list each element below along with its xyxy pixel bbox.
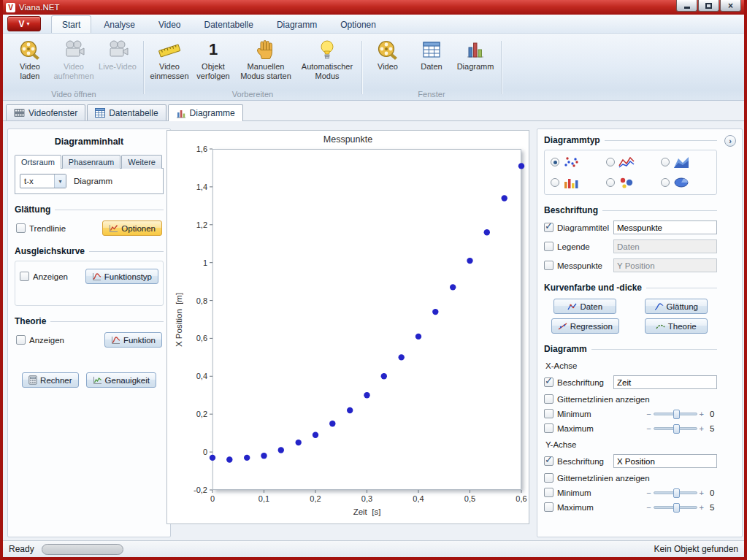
diagrammtitel-input[interactable] [613,220,717,234]
window-controls: × [675,0,741,12]
video-laden-button[interactable]: Video laden [9,37,51,82]
legende-input[interactable] [613,239,717,253]
y-gitternetzlinien-checkbox[interactable] [544,473,553,483]
y-tick-label: 1,6 [196,145,207,153]
pie-radio[interactable] [661,178,670,187]
slider-thumb[interactable] [673,424,680,434]
daten-style-button[interactable]: Daten [553,299,616,314]
legende-checkbox[interactable] [544,242,553,251]
ribbon-tab-diagramm[interactable]: Diagramm [266,15,328,33]
precision-chart-icon [93,376,102,385]
chart-content-panel: Diagramminhalt Ortsraum Phasenraum Weite… [7,129,171,537]
slider-thumb[interactable] [673,503,680,513]
tab-weitere[interactable]: Weitere [121,155,162,169]
genauigkeit-button[interactable]: Genauigkeit [86,372,156,388]
smoothing-header: Glättung [15,204,164,215]
ribbon-tab-analyse[interactable]: Analyse [93,15,146,33]
tab-videofenster[interactable]: Videofenster [6,104,85,120]
x-beschriftung-checkbox[interactable] [544,377,553,387]
fenster-video-button[interactable]: Video [367,37,409,73]
slider-plus-icon[interactable]: + [700,488,704,497]
slider-minus-icon[interactable]: − [646,424,651,433]
area-radio[interactable] [661,158,670,166]
theorie-style-button[interactable]: Theorie [645,318,708,334]
chart-type-bubble[interactable] [603,176,659,189]
x-minimum-checkbox[interactable] [544,409,553,418]
slider-plus-icon[interactable]: + [700,503,704,512]
scatter-radio[interactable] [551,158,559,166]
collapse-panel-button[interactable]: › [724,135,736,147]
y-beschriftung-checkbox[interactable] [544,456,553,466]
ribbon-tab-datentabelle[interactable]: Datentabelle [194,15,264,33]
chart-type-column[interactable] [548,176,603,189]
live-video-button[interactable]: Live-Video [96,37,139,73]
chart-type-area[interactable] [658,156,713,169]
y-minimum-checkbox[interactable] [544,488,553,497]
trendlinie-checkbox[interactable] [16,223,26,233]
rechner-button[interactable]: Rechner [22,372,78,388]
x-axis-label: Zeit [s] [212,507,521,516]
manueller-modus-button[interactable]: Manuellen Modus starten [236,37,296,82]
x-maximum-checkbox[interactable] [544,423,553,433]
ribbon-separator [501,41,502,94]
video-einmessen-button[interactable]: Video einmessen [148,37,191,82]
ribbon-tab-optionen[interactable]: Optionen [329,15,387,33]
tab-ortsraum[interactable]: Ortsraum [15,155,61,169]
automatischer-modus-button[interactable]: Automatischer Modus [297,37,357,82]
slider-minus-icon[interactable]: − [646,488,651,497]
minimize-button[interactable] [676,0,697,12]
slider-plus-icon[interactable]: + [700,424,704,433]
y-maximum-checkbox[interactable] [544,502,553,512]
diagrammtitel-checkbox[interactable] [544,223,553,232]
y-minimum-slider[interactable] [654,491,697,494]
y-axis-title-input[interactable] [613,454,717,468]
slider-thumb[interactable] [673,410,680,419]
table-icon [421,39,442,61]
chart-type-line[interactable] [603,156,659,169]
line-radio[interactable] [606,158,615,166]
ausgleichskurve-anzeigen-checkbox[interactable] [20,272,29,281]
x-axis-title-input[interactable] [613,375,717,389]
y-maximum-slider[interactable] [654,506,697,509]
theorie-anzeigen-checkbox[interactable] [16,335,26,345]
chevron-right-icon: › [729,137,732,145]
funktionstyp-button[interactable]: Funktionstyp [85,269,158,284]
chart-panel: Messpunkte -0,200,20,40,60,811,21,41,600… [166,130,529,524]
close-button[interactable]: × [720,0,741,12]
chart-type-pie[interactable] [658,176,713,189]
objekt-verfolgen-button[interactable]: 1 Objekt verfolgen [192,37,234,82]
glaettung-style-button[interactable]: Glättung [645,299,708,314]
chart-type-scatter[interactable] [548,156,603,169]
tab-datentabelle[interactable]: Datentabelle [87,104,166,120]
x-tick-label: 0,6 [516,494,526,503]
x-gitternetzlinien-checkbox[interactable] [544,394,553,404]
column-radio[interactable] [551,178,559,187]
x-maximum-slider[interactable] [654,427,697,430]
slider-thumb[interactable] [673,488,680,498]
maximize-button[interactable] [698,0,719,12]
ribbon-tab-video[interactable]: Video [148,15,191,33]
ribbon-tab-start[interactable]: Start [51,15,91,33]
messpunkte-input[interactable] [613,258,717,272]
status-detail: Kein Objekt gefunden [654,544,738,554]
x-minimum-slider[interactable] [654,413,697,415]
diagrammtitel-label: Diagrammtitel [557,223,613,232]
slider-minus-icon[interactable]: − [646,503,651,512]
funktion-button[interactable]: Funktion [104,332,162,348]
regression-style-button[interactable]: Regression [551,318,619,334]
fenster-diagramm-button[interactable]: Diagramm [454,37,497,73]
axes-combobox[interactable]: t-x ▾ [20,174,66,188]
y-axis-label: X Position [m] [175,149,183,490]
slider-minus-icon[interactable]: − [646,410,651,418]
table-icon [95,108,105,118]
tab-diagramme[interactable]: Diagramme [168,104,243,121]
app-menu-button[interactable]: V ▾ [7,16,41,31]
slider-plus-icon[interactable]: + [700,410,704,418]
fenster-daten-button[interactable]: Daten [410,37,453,73]
optionen-button[interactable]: Optionen [102,220,162,236]
messpunkte-checkbox[interactable] [544,261,553,270]
tab-phasenraum[interactable]: Phasenraum [62,155,120,169]
y-minimum-value: 0 [710,488,717,497]
bubble-radio[interactable] [606,178,615,187]
video-aufnehmen-button[interactable]: Video aufnehmen [53,37,95,82]
